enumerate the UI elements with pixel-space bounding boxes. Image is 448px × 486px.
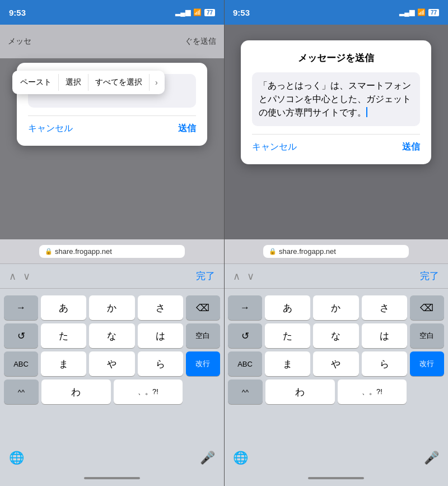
left-blur-right-text: ぐを送信	[185, 36, 216, 47]
right-key-a[interactable]: あ	[265, 295, 310, 320]
right-url-text: share.frogapp.net	[279, 247, 336, 256]
right-key-space[interactable]: 空白	[410, 323, 444, 348]
left-key-ma[interactable]: ま	[41, 351, 86, 376]
context-paste[interactable]: ペースト	[13, 74, 59, 91]
context-select[interactable]: 選択	[59, 74, 88, 91]
right-kb-row2: ↺ た な は 空白	[228, 323, 444, 348]
right-dialog-card: メッセージを送信 「あっとはっく」は、スマートフォンとパソコンを中心とした、ガジ…	[241, 40, 431, 164]
right-time: 9:53	[233, 8, 250, 17]
left-key-wa[interactable]: わ	[41, 379, 111, 404]
left-mic-icon[interactable]: 🎤	[200, 451, 215, 465]
left-key-abc[interactable]: ABC	[4, 351, 38, 376]
left-send-button[interactable]: 送信	[178, 123, 196, 135]
left-phone-panel: 9:53 ▂▄▆ 📶 77 メッセ ぐを送信 ペースト 選択 すべてを選択 › …	[0, 0, 224, 486]
left-cancel-button[interactable]: キャンセル	[28, 123, 73, 135]
right-home-bar	[308, 477, 364, 479]
right-kb-row4: ^^ わ 、。?!	[228, 379, 444, 404]
right-key-arrow[interactable]: →	[228, 295, 262, 320]
right-key-sa[interactable]: さ	[362, 295, 407, 320]
right-browser-toolbar: 🔒 share.frogapp.net	[224, 239, 448, 264]
panel-divider	[224, 0, 225, 486]
right-key-enter[interactable]: 改行	[410, 351, 444, 376]
left-kb-row2: ↺ た な は 空白	[4, 323, 220, 348]
left-dialog-actions: キャンセル 送信	[28, 115, 196, 135]
right-key-punct[interactable]: 、。?!	[338, 379, 407, 404]
right-home-indicator	[224, 470, 448, 486]
left-home-bar	[84, 477, 140, 479]
left-kb-row1: → あ か さ ⌫	[4, 295, 220, 320]
left-key-sa[interactable]: さ	[138, 295, 183, 320]
right-nav-done[interactable]: 完了	[420, 270, 439, 283]
text-cursor	[366, 107, 367, 117]
right-keyboard: → あ か さ ⌫ ↺ た な は 空白 ABC ま や ら 改行	[224, 289, 448, 446]
right-key-ra[interactable]: ら	[362, 351, 407, 376]
right-keyboard-nav: ∧ ∨ 完了	[224, 264, 448, 289]
context-select-all[interactable]: すべてを選択	[88, 74, 150, 91]
right-arrow-down[interactable]: ∨	[247, 270, 254, 283]
right-battery: 77	[428, 9, 439, 16]
right-key-special1[interactable]: ^^	[228, 379, 263, 404]
left-key-enter[interactable]: 改行	[186, 351, 220, 376]
right-key-na[interactable]: な	[313, 323, 358, 348]
left-blur-left-text: メッセ	[8, 36, 31, 47]
left-key-na[interactable]: な	[89, 323, 134, 348]
right-dialog-title: メッセージを送信	[252, 52, 420, 64]
left-arrow-up[interactable]: ∧	[9, 270, 16, 283]
left-key-undo[interactable]: ↺	[4, 323, 38, 348]
left-keyboard-nav: ∧ ∨ 完了	[0, 264, 224, 289]
right-signal-icon: ▂▄▆	[399, 8, 414, 16]
left-kb-row3: ABC ま や ら 改行	[4, 351, 220, 376]
left-globe-icon[interactable]: 🌐	[9, 451, 24, 465]
left-key-ta[interactable]: た	[41, 323, 86, 348]
left-key-ka[interactable]: か	[89, 295, 134, 320]
left-context-menu: ペースト 選択 すべてを選択 ›	[12, 71, 165, 94]
right-kb-row3: ABC ま や ら 改行	[228, 351, 444, 376]
left-key-ha[interactable]: は	[138, 323, 183, 348]
right-key-wa[interactable]: わ	[265, 379, 335, 404]
left-url-text: share.frogapp.net	[55, 247, 112, 256]
right-kb-row1: → あ か さ ⌫	[228, 295, 444, 320]
right-key-backspace[interactable]: ⌫	[410, 295, 444, 320]
right-status-bar: 9:53 ▂▄▆ 📶 77	[224, 0, 448, 25]
right-keyboard-bottom: 🌐 🎤	[224, 446, 448, 470]
right-arrow-up[interactable]: ∧	[233, 270, 240, 283]
left-arrow-down[interactable]: ∨	[23, 270, 30, 283]
right-dialog-text: 「あっとはっく」は、スマートフォンとパソコンを中心とした、ガジェットの使い方専門…	[259, 81, 411, 117]
left-key-ya[interactable]: や	[89, 351, 134, 376]
left-nav-arrows: ∧ ∨	[9, 270, 30, 283]
right-key-abc[interactable]: ABC	[228, 351, 262, 376]
left-keyboard-rows: → あ か さ ⌫ ↺ た な は 空白 ABC ま や ら 改行	[2, 292, 222, 410]
left-content-area: メッセ ぐを送信 ペースト 選択 すべてを選択 › キャンセル 送信	[0, 25, 224, 239]
right-key-undo[interactable]: ↺	[228, 323, 262, 348]
right-key-ha[interactable]: は	[362, 323, 407, 348]
right-cancel-button[interactable]: キャンセル	[252, 141, 297, 153]
left-key-a[interactable]: あ	[41, 295, 86, 320]
right-globe-icon[interactable]: 🌐	[233, 451, 248, 465]
left-nav-done[interactable]: 完了	[196, 270, 215, 283]
left-lock-icon: 🔒	[45, 248, 53, 255]
left-kb-row4: ^^ わ 、。?!	[4, 379, 220, 404]
left-browser-toolbar: 🔒 share.frogapp.net	[0, 239, 224, 264]
right-key-ka[interactable]: か	[313, 295, 358, 320]
right-key-ta[interactable]: た	[265, 323, 310, 348]
context-chevron[interactable]: ›	[150, 75, 164, 90]
left-url-bar[interactable]: 🔒 share.frogapp.net	[39, 245, 185, 258]
right-status-icons: ▂▄▆ 📶 77	[399, 8, 439, 16]
left-keyboard: → あ か さ ⌫ ↺ た な は 空白 ABC ま や ら 改行	[0, 289, 224, 446]
right-url-bar[interactable]: 🔒 share.frogapp.net	[263, 245, 409, 258]
right-content-area: メッセージを送信 「あっとはっく」は、スマートフォンとパソコンを中心とした、ガジ…	[224, 25, 448, 239]
right-mic-icon[interactable]: 🎤	[424, 451, 439, 465]
right-dialog-textarea[interactable]: 「あっとはっく」は、スマートフォンとパソコンを中心とした、ガジェットの使い方専門…	[252, 72, 420, 126]
left-key-punct[interactable]: 、。?!	[114, 379, 183, 404]
left-battery: 77	[204, 9, 215, 16]
right-key-ma[interactable]: ま	[265, 351, 310, 376]
left-key-backspace[interactable]: ⌫	[186, 295, 220, 320]
left-key-space[interactable]: 空白	[186, 323, 220, 348]
left-key-ra[interactable]: ら	[138, 351, 183, 376]
left-blurred-top: メッセ ぐを送信	[0, 25, 224, 58]
left-key-arrow[interactable]: →	[4, 295, 38, 320]
right-send-button[interactable]: 送信	[402, 141, 420, 153]
left-key-special1[interactable]: ^^	[4, 379, 39, 404]
left-status-bar: 9:53 ▂▄▆ 📶 77	[0, 0, 224, 25]
right-key-ya[interactable]: や	[313, 351, 358, 376]
